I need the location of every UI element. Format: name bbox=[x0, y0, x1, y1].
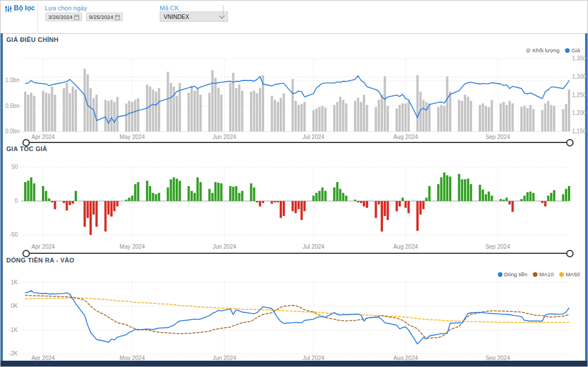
volume-legend-label: Khối lượng bbox=[532, 47, 559, 53]
accel-bar bbox=[277, 201, 279, 202]
accel-bar bbox=[562, 194, 564, 201]
volume-bar bbox=[565, 104, 567, 132]
accel-bar bbox=[155, 194, 157, 201]
svg-text:Aug 2024: Aug 2024 bbox=[393, 244, 418, 250]
volume-bar bbox=[408, 101, 410, 132]
filter-panel-label: Bộ lọc bbox=[14, 4, 35, 12]
volume-bar bbox=[259, 88, 261, 132]
volume-bar bbox=[277, 102, 279, 132]
slider-track[interactable] bbox=[25, 142, 571, 143]
volume-bar bbox=[241, 91, 243, 132]
volume-bar bbox=[336, 102, 338, 132]
accel-bar bbox=[199, 182, 202, 201]
accel-bar bbox=[378, 201, 380, 204]
panel-bottom-border bbox=[1, 361, 587, 366]
symbol-select[interactable]: VNINDEX bbox=[160, 11, 228, 22]
price-legend-dot bbox=[565, 48, 570, 53]
ma10-legend-label: MA10 bbox=[539, 271, 554, 277]
accel-bar bbox=[443, 172, 446, 201]
accel-bar bbox=[238, 193, 241, 201]
volume-bar bbox=[134, 100, 137, 132]
collapse-chevron-icon[interactable] bbox=[223, 5, 223, 16]
volume-bar bbox=[541, 110, 543, 132]
accel-bar bbox=[333, 187, 335, 201]
svg-text:1K: 1K bbox=[11, 279, 18, 285]
volume-bar bbox=[443, 106, 446, 132]
accel-bar bbox=[345, 196, 347, 201]
accel-bar bbox=[274, 201, 276, 202]
accel-bar bbox=[322, 187, 324, 201]
volume-bar bbox=[92, 98, 95, 132]
volume-bar bbox=[173, 87, 175, 132]
slider-left-handle[interactable] bbox=[22, 250, 30, 257]
accel-bar bbox=[95, 201, 98, 227]
volume-bar bbox=[360, 102, 362, 132]
accel-bar bbox=[396, 201, 398, 211]
accel-bar bbox=[30, 177, 32, 201]
accel-bar bbox=[283, 201, 285, 216]
accel-bar bbox=[128, 198, 130, 201]
accel-bar bbox=[297, 201, 300, 209]
svg-text:0K: 0K bbox=[11, 303, 18, 309]
volume-bar bbox=[312, 110, 315, 132]
slider-right-handle[interactable] bbox=[566, 250, 574, 257]
volume-bar bbox=[125, 103, 127, 132]
volume-bar bbox=[87, 74, 89, 132]
volume-bar bbox=[188, 92, 190, 132]
volume-bar bbox=[425, 102, 428, 132]
date-to-input[interactable]: 9/25/2024 bbox=[86, 13, 123, 21]
slider-left-handle[interactable] bbox=[22, 139, 30, 146]
accel-bar bbox=[131, 196, 133, 201]
accel-bar bbox=[173, 177, 175, 201]
slider-track[interactable] bbox=[25, 253, 571, 254]
slider-right-handle[interactable] bbox=[566, 139, 574, 146]
accel-bar bbox=[408, 201, 410, 213]
header-divider bbox=[37, 3, 38, 30]
accel-bar bbox=[262, 201, 264, 203]
accel-bar bbox=[152, 193, 154, 201]
volume-bar bbox=[553, 106, 555, 132]
volume-bar bbox=[396, 109, 398, 132]
flow-chart-legend: Dòng tiền MA10 MA50 bbox=[498, 271, 580, 277]
accel-bar bbox=[69, 201, 71, 205]
volume-bar bbox=[509, 101, 511, 132]
accel-bar bbox=[458, 174, 461, 201]
accel-bar bbox=[158, 193, 160, 201]
volume-bar bbox=[250, 92, 252, 132]
date-from-input[interactable]: 3/26/2024 bbox=[45, 13, 82, 21]
volume-bar bbox=[179, 83, 181, 132]
volume-bar bbox=[158, 88, 160, 132]
volume-bar bbox=[458, 100, 461, 132]
volume-bar bbox=[422, 100, 424, 132]
volume-bar bbox=[378, 100, 380, 132]
accel-bar bbox=[357, 201, 359, 202]
volume-bar bbox=[146, 84, 148, 132]
volume-bar bbox=[199, 95, 202, 132]
accel-bar bbox=[523, 196, 525, 201]
volume-bar bbox=[24, 92, 26, 132]
price-acceleration-chart: Apr 2024May 2024Jun 2024Jul 2024Aug 2024… bbox=[10, 164, 570, 250]
date-to-value: 9/25/2024 bbox=[89, 14, 113, 20]
accel-range-slider[interactable] bbox=[25, 250, 571, 257]
accel-bar bbox=[208, 189, 211, 201]
accel-bar bbox=[440, 177, 443, 201]
accel-bar bbox=[485, 194, 487, 201]
volume-bar bbox=[461, 101, 463, 132]
volume-bar bbox=[208, 92, 211, 132]
ma50-legend-label: MA50 bbox=[566, 271, 580, 277]
volume-bar bbox=[30, 92, 32, 132]
volume-bar bbox=[303, 102, 305, 132]
volume-bar bbox=[274, 100, 276, 132]
price-range-slider[interactable] bbox=[25, 139, 571, 146]
volume-bar bbox=[547, 101, 550, 132]
calendar-icon bbox=[74, 14, 79, 20]
svg-text:50: 50 bbox=[11, 164, 18, 170]
accel-bar bbox=[446, 175, 448, 201]
volume-bar bbox=[214, 78, 216, 132]
volume-bar bbox=[116, 97, 118, 132]
volume-bar bbox=[194, 91, 196, 132]
accel-bar bbox=[342, 193, 345, 201]
volume-bar bbox=[491, 100, 493, 132]
volume-legend-dot bbox=[526, 48, 531, 53]
accel-bar bbox=[425, 198, 428, 201]
